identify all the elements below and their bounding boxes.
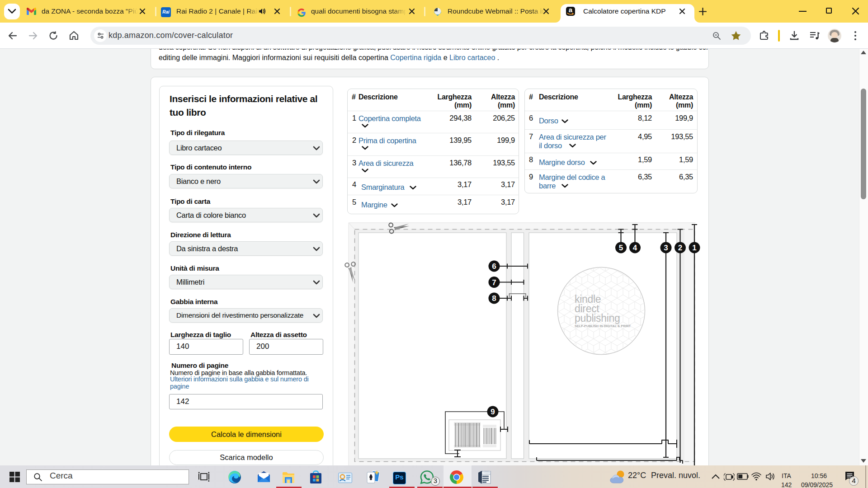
svg-text:7: 7 <box>492 278 496 287</box>
svg-text:3: 3 <box>664 244 668 252</box>
svg-text:1: 1 <box>692 244 696 252</box>
svg-text:8: 8 <box>492 294 496 303</box>
svg-text:2: 2 <box>678 244 682 252</box>
svg-text:SELF-PUBLISH IN DIGITAL & PRIN: SELF-PUBLISH IN DIGITAL & PRINT <box>575 324 631 328</box>
svg-text:publishing: publishing <box>575 312 620 324</box>
svg-text:6: 6 <box>492 262 496 271</box>
svg-text:4: 4 <box>633 244 637 252</box>
svg-text:9: 9 <box>491 408 495 416</box>
svg-text:5: 5 <box>619 244 623 252</box>
